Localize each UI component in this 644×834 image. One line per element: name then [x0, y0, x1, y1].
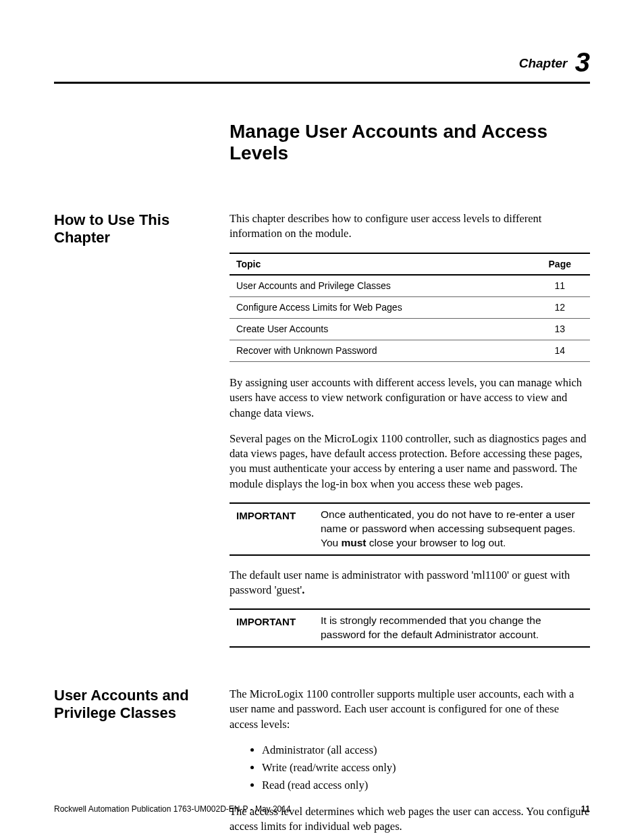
intro-accounts: The MicroLogix 1100 controller supports … — [230, 687, 590, 732]
chapter-label: Chapter 3 — [54, 47, 590, 78]
header-rule — [54, 82, 590, 84]
page-number: 11 — [581, 804, 590, 814]
access-level-list: Administrator (all access) Write (read/w… — [230, 743, 590, 793]
page-footer: Rockwell Automation Publication 1763-UM0… — [54, 804, 590, 814]
para-default-creds: The default user name is administrator w… — [230, 568, 590, 598]
heading-how-to-use: How to Use This Chapter — [54, 211, 230, 247]
important-msg: It is strongly recommended that you chan… — [321, 614, 587, 642]
table-row: Create User Accounts 13 — [230, 319, 590, 340]
para-access-levels: By assigning user accounts with differen… — [230, 375, 590, 421]
list-item: Read (read access only) — [262, 778, 590, 793]
cell-topic: Recover with Unknown Password — [230, 340, 530, 362]
chapter-title: Manage User Accounts and Access Levels — [230, 121, 590, 164]
topic-table: Topic Page User Accounts and Privilege C… — [230, 253, 590, 362]
cell-page: 11 — [530, 275, 590, 296]
heading-user-accounts: User Accounts and Privilege Classes — [54, 687, 230, 723]
para-authentication: Several pages on the MicroLogix 1100 con… — [230, 432, 590, 492]
section-how-to-use: How to Use This Chapter This chapter des… — [54, 211, 590, 660]
cell-topic: Create User Accounts — [230, 319, 530, 340]
th-topic: Topic — [230, 253, 530, 276]
table-row: Recover with Unknown Password 14 — [230, 340, 590, 362]
publication-id: Rockwell Automation Publication 1763-UM0… — [54, 804, 291, 814]
chapter-word: Chapter — [519, 56, 568, 70]
important-note-2: IMPORTANT It is strongly recommended tha… — [230, 608, 590, 648]
page: Chapter 3 Manage User Accounts and Acces… — [0, 0, 644, 834]
table-row: User Accounts and Privilege Classes 11 — [230, 275, 590, 296]
table-row: Configure Access Limits for Web Pages 12 — [230, 297, 590, 319]
cell-page: 14 — [530, 340, 590, 362]
list-item: Administrator (all access) — [262, 743, 590, 758]
important-msg: Once authenticated, you do not have to r… — [321, 508, 587, 550]
cell-page: 13 — [530, 319, 590, 340]
list-item: Write (read/write access only) — [262, 760, 590, 775]
th-page: Page — [530, 253, 590, 276]
important-label: IMPORTANT — [232, 508, 321, 550]
cell-topic: User Accounts and Privilege Classes — [230, 275, 530, 296]
body-how-to-use: This chapter describes how to configure … — [230, 211, 590, 660]
important-note-1: IMPORTANT Once authenticated, you do not… — [230, 502, 590, 556]
cell-page: 12 — [530, 297, 590, 319]
cell-topic: Configure Access Limits for Web Pages — [230, 297, 530, 319]
chapter-number: 3 — [575, 47, 590, 77]
important-label: IMPORTANT — [232, 614, 321, 642]
intro-para: This chapter describes how to configure … — [230, 211, 590, 242]
